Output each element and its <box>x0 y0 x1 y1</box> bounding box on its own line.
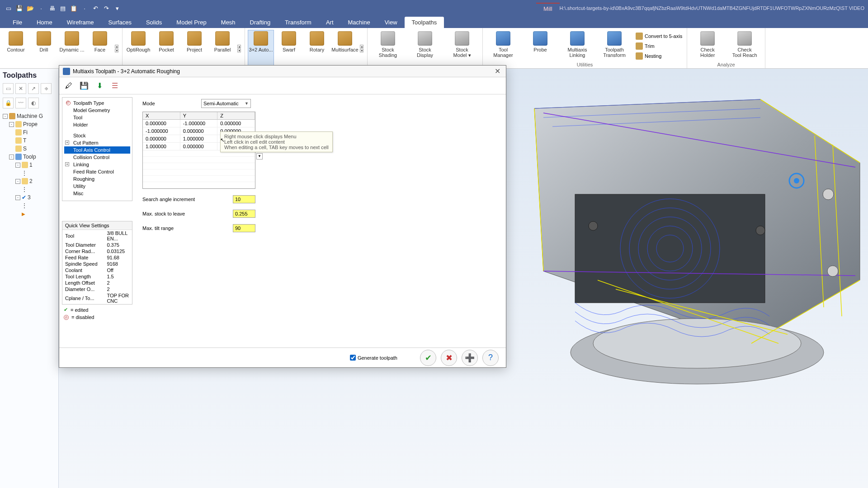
help-button[interactable]: ? <box>482 350 499 366</box>
dialog-icon <box>63 68 70 75</box>
rb-tptransform[interactable]: ToolpathTransform <box>597 30 632 62</box>
rb-probe[interactable]: Probe <box>523 30 558 62</box>
rb-swarf[interactable]: Swarf <box>276 30 302 67</box>
rb-multiaxislink[interactable]: MultiaxisLinking <box>560 30 595 62</box>
rb-rotary[interactable]: Rotary <box>304 30 330 67</box>
rb-face[interactable]: Face <box>87 30 113 67</box>
cancel-button[interactable]: ✖ <box>441 350 457 366</box>
tab-art[interactable]: Art <box>319 17 341 28</box>
rb-pocket[interactable]: Pocket <box>153 30 179 67</box>
node-collision-control[interactable]: Collision Control <box>64 154 130 161</box>
tab-wireframe[interactable]: Wireframe <box>60 17 101 28</box>
rb-checkreach[interactable]: CheckTool Reach <box>727 30 762 62</box>
tab-surfaces[interactable]: Surfaces <box>101 17 139 28</box>
qat-print-icon[interactable]: 🖶 <box>47 3 57 13</box>
tab-toolpaths[interactable]: Toolpaths <box>405 17 444 28</box>
generate-toolpath-input[interactable] <box>350 355 356 361</box>
search-angle-input[interactable]: 10 <box>233 195 255 203</box>
mode-select[interactable]: Semi-Automatic▼ <box>201 99 251 108</box>
rb-spin-2d[interactable]: ▴▾ <box>115 30 119 67</box>
qat-open-icon[interactable]: 📂 <box>25 3 35 13</box>
tab-modelprep[interactable]: Model Prep <box>169 17 213 28</box>
tab-view[interactable]: View <box>377 17 405 28</box>
node-misc[interactable]: Misc <box>64 190 130 197</box>
rb-toolmgr[interactable]: ToolManager <box>486 30 521 62</box>
ribbon-group-analyze: CheckHolder CheckTool Reach Analyze <box>687 28 765 68</box>
lp-arrow-icon[interactable]: ↗ <box>28 83 39 94</box>
dlg-load-icon[interactable]: ⬇ <box>94 80 105 92</box>
node-feedrate-control[interactable]: Feed Rate Control <box>64 168 130 175</box>
lp-ghost-icon[interactable]: ◐ <box>28 98 39 108</box>
tab-transform[interactable]: Transform <box>278 17 319 28</box>
node-linking[interactable]: +Linking <box>64 161 130 168</box>
tab-mesh[interactable]: Mesh <box>214 17 243 28</box>
node-toolpath-type[interactable]: Toolpath Type <box>64 99 130 107</box>
ribbon-caption-analyze: Analyze <box>690 62 762 67</box>
qat-save-icon[interactable]: 💾 <box>14 3 24 13</box>
cursor-icon: ↖ <box>220 137 225 143</box>
grid-dropdown-button[interactable]: ▼ <box>256 153 263 160</box>
dialog-nav-tree[interactable]: Toolpath Type Model Geometry Tool Holder… <box>62 97 132 201</box>
tab-solids[interactable]: Solids <box>139 17 169 28</box>
lp-select-icon[interactable]: ▭ <box>3 83 14 94</box>
rb-32auto[interactable]: 3+2 Auto... <box>248 30 274 67</box>
rb-trim[interactable]: Trim <box>634 42 684 51</box>
dialog-titlebar: Multiaxis Toolpath - 3+2 Automatic Rough… <box>59 66 506 77</box>
rb-optirough[interactable]: OptiRough <box>125 30 151 67</box>
operations-tree[interactable]: -Machine G -Prope Fi T S -Toolp -1 ⋮ -2 … <box>3 112 56 216</box>
qat-printpreview-icon[interactable]: ▤ <box>58 3 68 13</box>
node-roughing[interactable]: Roughing <box>64 175 130 183</box>
qat-new-icon[interactable]: ▭ <box>4 3 14 13</box>
node-tool-axis-control[interactable]: Tool Axis Control <box>64 146 130 154</box>
qat-undo-icon[interactable]: ↶ <box>90 3 100 13</box>
tree-files: Fi <box>23 129 28 136</box>
node-model-geometry[interactable]: Model Geometry <box>64 107 130 114</box>
dlg-default-icon[interactable]: ☰ <box>109 80 121 92</box>
rb-multisurface[interactable]: Multisurface <box>332 30 358 67</box>
rb-spin-3d[interactable]: ▴▾ <box>237 30 242 67</box>
rb-convert5axis[interactable]: Convert to 5-axis <box>634 32 684 41</box>
node-cut-pattern[interactable]: +Cut Pattern <box>64 139 130 146</box>
rb-drill[interactable]: Drill <box>31 30 57 67</box>
qat-dropdown-icon[interactable]: ▾ <box>112 3 122 13</box>
tree-play-icon[interactable]: ▶ <box>22 211 56 216</box>
rb-contour[interactable]: Contour <box>3 30 29 67</box>
node-utility[interactable]: Utility <box>64 183 130 190</box>
max-tilt-input[interactable]: 90 <box>233 224 255 232</box>
rb-nesting[interactable]: Nesting <box>634 52 684 61</box>
dlg-save-icon[interactable]: 💾 <box>78 80 90 92</box>
rb-dynamic[interactable]: Dynamic ... <box>59 30 85 67</box>
lp-x-icon[interactable]: ✕ <box>15 83 26 94</box>
node-holder[interactable]: Holder <box>64 121 130 128</box>
chevron-down-icon: ▼ <box>245 101 250 106</box>
tab-machine[interactable]: Machine <box>341 17 377 28</box>
tab-drafting[interactable]: Drafting <box>243 17 278 28</box>
qat-paste-icon[interactable]: 📋 <box>69 3 79 13</box>
rb-stockmodel[interactable]: StockModel ▾ <box>444 30 480 67</box>
lp-lock-icon[interactable]: 🔒 <box>3 98 14 108</box>
rb-checkholder[interactable]: CheckHolder <box>690 30 725 62</box>
tab-file[interactable]: File <box>5 17 29 28</box>
lp-tool-icon[interactable]: ⎆ <box>41 83 52 94</box>
max-stock-input[interactable]: 0.255 <box>233 210 255 218</box>
node-additional-settings[interactable]: +Additional Settings <box>64 201 130 201</box>
node-tool[interactable]: Tool <box>64 114 130 121</box>
tree-properties: Prope <box>23 121 38 127</box>
legend: ✔= edited ⊘= disabled <box>64 307 94 322</box>
lp-wave-icon[interactable]: 〰 <box>15 98 26 108</box>
rb-stockdisplay[interactable]: StockDisplay <box>407 30 443 67</box>
tab-home[interactable]: Home <box>29 17 60 28</box>
qat-redo-icon[interactable]: ↷ <box>101 3 111 13</box>
rb-project[interactable]: Project <box>181 30 208 67</box>
ok-button[interactable]: ✔ <box>420 350 436 366</box>
generate-toolpath-checkbox[interactable]: Generate toolpath <box>350 355 397 361</box>
dlg-tool-icon[interactable]: 🖊 <box>63 80 75 92</box>
part-preview <box>507 90 868 488</box>
rb-parallel[interactable]: Parallel <box>209 30 236 67</box>
ribbon-group-stock: StockShading StockDisplay StockModel ▾ <box>368 28 483 68</box>
add-button[interactable]: ➕ <box>462 350 478 366</box>
rb-spin-multi[interactable]: ▴▾ <box>360 30 364 67</box>
dialog-close-button[interactable]: ✕ <box>493 67 502 75</box>
node-stock[interactable]: Stock <box>64 132 130 139</box>
rb-stockshading[interactable]: StockShading <box>370 30 406 67</box>
